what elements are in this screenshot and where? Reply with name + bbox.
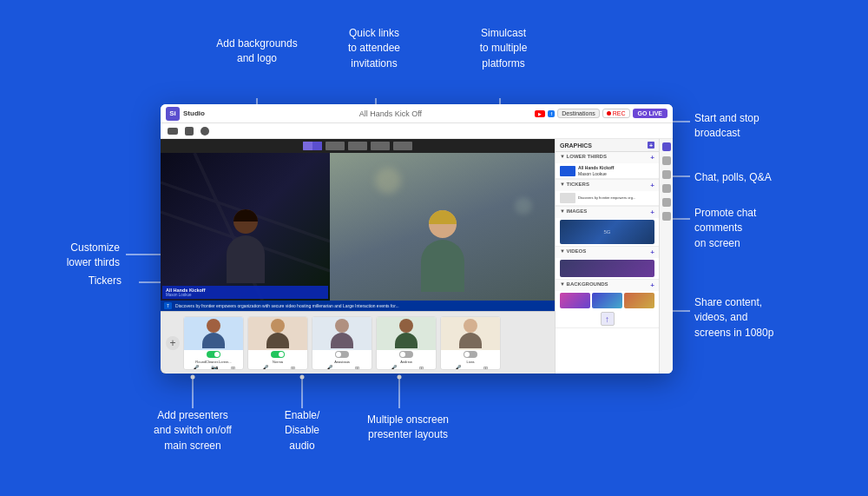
callout-add-backgrounds: Add backgrounds and logo xyxy=(207,36,307,67)
presenter-mic-3: 🎤 xyxy=(326,365,333,370)
images-add[interactable]: + xyxy=(650,208,654,216)
facebook-icon[interactable]: f xyxy=(548,110,555,117)
videos-section: ▼ VIDEOS + xyxy=(556,247,659,280)
video-right xyxy=(330,153,555,301)
content-area: All Hands Kickoff Mason Lookue xyxy=(161,139,673,374)
youtube-icon[interactable]: ▶ xyxy=(535,110,545,117)
titlebar-icons: ▶ f Destinations REC GO LIVE xyxy=(535,109,667,118)
backgrounds-row xyxy=(556,291,659,310)
images-thumbnail: 5G xyxy=(560,220,654,244)
panel-icon-qa[interactable] xyxy=(662,198,671,207)
panel-icon-chat[interactable] xyxy=(662,142,671,151)
graphics-panel: GRAPHICS + ▼ LOWER THIRDS + All Hands Ki… xyxy=(555,139,659,374)
images-section: ▼ IMAGES + 5G xyxy=(556,207,659,247)
presenter-stat-3: ⊞ xyxy=(355,365,359,370)
callout-simulcast: Simulcastto multipleplatforms xyxy=(460,26,547,71)
video-main: All Hands Kickoff Mason Lookue xyxy=(161,153,555,301)
videos-add[interactable]: + xyxy=(650,248,654,256)
add-presenter-icon[interactable] xyxy=(201,127,209,136)
presenter-toggle-5[interactable] xyxy=(464,351,477,358)
videos-thumb-container xyxy=(556,258,659,279)
presenter-cam-1: 📷 xyxy=(211,365,219,370)
ticker-item-text: Discovers by frontier empowers org... xyxy=(578,195,635,200)
panel-icon-poll[interactable] xyxy=(662,170,671,179)
event-title: All Hands Kick Off xyxy=(359,109,532,118)
studio-window: Si Studio All Hands Kick Off ▶ f Destina… xyxy=(161,104,673,374)
presenter-toggle-2[interactable] xyxy=(271,351,285,358)
videos-header: ▼ VIDEOS + xyxy=(556,247,659,258)
layout-alt3[interactable] xyxy=(393,142,412,150)
video-thumbnail xyxy=(560,260,654,277)
layout-alt1[interactable] xyxy=(348,142,367,150)
studio-logo: Si xyxy=(166,107,180,121)
video-toolbar xyxy=(161,123,673,139)
presenter-card-3: Anastasia 🎤 ⊞ xyxy=(312,316,372,370)
bg-thumb-1[interactable] xyxy=(560,293,590,308)
panel-icon-settings[interactable] xyxy=(662,212,671,221)
lower-thirds-overlay: All Hands Kickoff Mason Lookue xyxy=(162,286,328,299)
titlebar: Si Studio All Hands Kick Off ▶ f Destina… xyxy=(161,104,673,123)
presenter-mic-4: 🎤 xyxy=(390,365,398,370)
destinations-button[interactable]: Destinations xyxy=(557,109,600,118)
presenter-strip: + RoundCleaner.Lorem... 🎤 📷 ⊞ xyxy=(161,311,555,374)
presenter-stat-4: ⊞ xyxy=(419,365,424,370)
presenter-right xyxy=(421,210,464,292)
camera-icon[interactable] xyxy=(168,128,178,135)
ticker-text: Discovers by frontier empowers organizat… xyxy=(175,303,399,308)
lt-add[interactable]: + xyxy=(650,154,654,162)
presenter-name-5: Liora xyxy=(441,359,500,365)
ticker-thumbnail xyxy=(560,193,575,203)
rec-button[interactable]: REC xyxy=(602,109,630,118)
bg-thumb-2[interactable] xyxy=(592,293,622,308)
callout-quick-links: Quick linksto attendeeinvitations xyxy=(332,26,417,71)
lower-thirds-item[interactable]: All Hands Kickoff Mason Lookue xyxy=(556,163,659,179)
lower-thirds-header: ▼ LOWER THIRDS + xyxy=(556,152,659,163)
presenter-name-3: Anastasia xyxy=(312,359,372,365)
callout-enable-disable: Enable/Disableaudio xyxy=(259,408,345,453)
presenter-toggle-1[interactable] xyxy=(207,351,220,358)
callout-add-presenters: Add presentersand switch on/offmain scre… xyxy=(139,408,247,453)
presenter-card-5: Liora 🎤 ⊞ xyxy=(440,316,501,370)
layout-full[interactable] xyxy=(326,142,345,150)
tickers-item[interactable]: Discovers by frontier empowers org... xyxy=(556,191,659,206)
ticker-bar: T Discovers by frontier empowers organiz… xyxy=(161,301,555,311)
tickers-add[interactable]: + xyxy=(650,182,654,189)
callout-chat-polls: Chat, polls, Q&A xyxy=(694,170,807,185)
rec-indicator xyxy=(607,111,611,116)
go-live-button[interactable]: GO LIVE xyxy=(633,109,667,118)
presenter-name-4: Andrew xyxy=(377,359,436,365)
presenter-name-2: Norma xyxy=(248,359,307,365)
graphics-header: GRAPHICS + xyxy=(556,139,659,152)
screen-share-icon[interactable] xyxy=(185,127,194,136)
layout-split[interactable] xyxy=(303,142,322,150)
right-icons-panel xyxy=(659,139,673,374)
presenter-toggle-3[interactable] xyxy=(335,351,349,358)
tickers-header: ▼ TICKERS + xyxy=(556,180,659,191)
callout-start-stop: Start and stopbroadcast xyxy=(694,111,807,142)
callout-promote-chat: Promote chatcommentson screen xyxy=(694,206,816,251)
panel-icon-video[interactable] xyxy=(662,156,671,165)
presenter-mic-5: 🎤 xyxy=(454,365,462,370)
add-presenter-btn[interactable]: + xyxy=(166,336,180,350)
presenter-mic-1: 🎤 xyxy=(192,365,200,370)
video-left: All Hands Kickoff Mason Lookue xyxy=(161,153,330,301)
panel-icon-people[interactable] xyxy=(662,184,671,193)
presenter-card-4: Andrew 🎤 ⊞ xyxy=(376,316,437,370)
studio-app-name: Studio xyxy=(183,109,356,117)
bg-thumb-3[interactable] xyxy=(624,293,654,308)
backgrounds-upload[interactable]: ↑ xyxy=(556,310,659,327)
lt-item-text: All Hands Kickoff Mason Lookue xyxy=(578,165,614,176)
presenter-card-2: Norma 🎤 ⊞ xyxy=(247,316,308,370)
layout-selector[interactable] xyxy=(161,139,555,153)
ticker-badge: T xyxy=(164,302,172,309)
presenter-mic-2: 🎤 xyxy=(261,365,269,370)
lt-thumbnail xyxy=(560,166,575,176)
backgrounds-add[interactable]: + xyxy=(650,281,654,289)
presenter-toggle-4[interactable] xyxy=(399,351,413,358)
presenter-left xyxy=(227,209,265,283)
presenter-stat-2: ⊞ xyxy=(291,365,295,370)
graphics-add-btn[interactable]: + xyxy=(648,142,654,149)
presenter-stat-5: ⊞ xyxy=(483,365,488,370)
lower-thirds-section: ▼ LOWER THIRDS + All Hands Kickoff Mason… xyxy=(556,152,659,180)
layout-alt2[interactable] xyxy=(371,142,390,150)
